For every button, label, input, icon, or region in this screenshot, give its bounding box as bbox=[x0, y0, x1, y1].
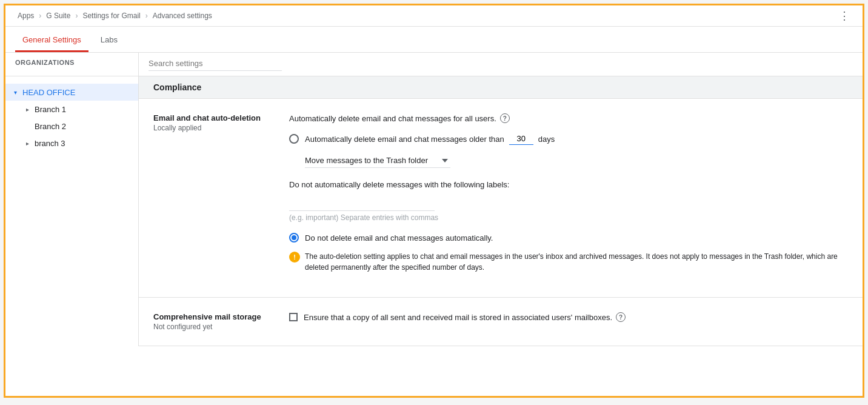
org-label-head-office: HEAD OFFICE bbox=[22, 88, 75, 97]
org-tree: HEAD OFFICE Branch 1 Branch 2 branch 3 bbox=[5, 81, 138, 154]
mail-storage-sub: Not configured yet bbox=[153, 323, 275, 331]
setting-label-sub: Locally applied bbox=[153, 124, 275, 132]
main-layout: HEAD OFFICE Branch 1 Branch 2 branch 3 bbox=[5, 76, 863, 346]
trash-folder-select[interactable]: Move messages to the Trash folder Perman… bbox=[305, 153, 450, 168]
org-item-head-office[interactable]: HEAD OFFICE bbox=[5, 84, 138, 101]
help-icon-auto-deletion[interactable]: ? bbox=[500, 113, 510, 123]
breadcrumb-advanced: Advanced settings bbox=[153, 12, 212, 20]
labels-input[interactable] bbox=[289, 196, 435, 211]
org-item-branch1[interactable]: Branch 1 bbox=[5, 101, 138, 118]
days-input[interactable] bbox=[509, 133, 533, 145]
breadcrumb: Apps › G Suite › Settings for Gmail › Ad… bbox=[5, 5, 863, 27]
labels-placeholder: (e.g. important) Separate entries with c… bbox=[289, 213, 848, 222]
info-text: The auto-deletion setting applies to cha… bbox=[305, 251, 848, 273]
radio-delete-older-row: Automatically delete email and chat mess… bbox=[289, 133, 848, 145]
labels-input-container bbox=[289, 196, 848, 211]
organizations-header: ORGANIZATIONS bbox=[5, 53, 138, 70]
tab-general-settings[interactable]: General Settings bbox=[15, 27, 88, 52]
checkbox-mail-storage[interactable] bbox=[289, 313, 298, 321]
radio-no-delete-row: Do not delete email and chat messages au… bbox=[289, 233, 848, 243]
search-settings-input[interactable] bbox=[149, 56, 282, 71]
breadcrumb-apps[interactable]: Apps bbox=[18, 12, 34, 20]
breadcrumb-gmail[interactable]: Settings for Gmail bbox=[82, 12, 140, 20]
radio-no-delete[interactable] bbox=[289, 233, 299, 243]
checkbox-mail-storage-label: Ensure that a copy of all sent and recei… bbox=[304, 312, 626, 322]
setting-description: Automatically delete email and chat mess… bbox=[289, 113, 848, 123]
mail-storage-title: Comprehensive mail storage bbox=[153, 312, 275, 321]
tabs-bar: General Settings Labs bbox=[5, 27, 863, 53]
checkbox-mail-storage-row: Ensure that a copy of all sent and recei… bbox=[289, 312, 848, 322]
info-icon: ! bbox=[289, 252, 300, 263]
org-item-branch2[interactable]: Branch 2 bbox=[5, 118, 138, 135]
info-box: ! The auto-deletion setting applies to c… bbox=[289, 251, 848, 273]
radio-delete-older-label: Automatically delete email and chat mess… bbox=[305, 133, 555, 145]
days-unit: days bbox=[538, 135, 555, 144]
chevron-down-icon bbox=[10, 87, 20, 97]
setting-email-auto-deletion: Email and chat auto-deletion Locally app… bbox=[139, 99, 863, 298]
breadcrumb-sep1: › bbox=[39, 12, 41, 20]
setting-label-title: Email and chat auto-deletion bbox=[153, 113, 275, 122]
tab-labs[interactable]: Labs bbox=[93, 27, 125, 52]
more-vert-icon[interactable]: ⋮ bbox=[839, 9, 850, 22]
help-icon-mail-storage[interactable]: ? bbox=[616, 312, 626, 322]
radio-no-delete-label: Do not delete email and chat messages au… bbox=[305, 233, 493, 243]
breadcrumb-gsuite[interactable]: G Suite bbox=[46, 12, 70, 20]
dropdown-row: Move messages to the Trash folder Perman… bbox=[305, 153, 848, 168]
breadcrumb-sep3: › bbox=[145, 12, 148, 20]
breadcrumb-sep2: › bbox=[75, 12, 78, 20]
content-area: Compliance Email and chat auto-deletion … bbox=[139, 76, 863, 346]
no-delete-label: Do not automatically delete messages wit… bbox=[289, 180, 848, 189]
setting-mail-storage: Comprehensive mail storage Not configure… bbox=[139, 298, 863, 346]
chevron-right-icon bbox=[22, 104, 32, 114]
sidebar: HEAD OFFICE Branch 1 Branch 2 branch 3 bbox=[5, 76, 139, 346]
org-label-branch3: branch 3 bbox=[35, 139, 65, 148]
chevron-empty bbox=[22, 121, 32, 131]
org-item-branch3[interactable]: branch 3 bbox=[5, 135, 138, 152]
org-label-branch1: Branch 1 bbox=[35, 105, 66, 114]
radio-delete-older[interactable] bbox=[289, 134, 299, 144]
org-label-branch2: Branch 2 bbox=[35, 122, 66, 131]
section-title: Compliance bbox=[139, 76, 863, 99]
chevron-right-icon-b3 bbox=[22, 138, 32, 148]
